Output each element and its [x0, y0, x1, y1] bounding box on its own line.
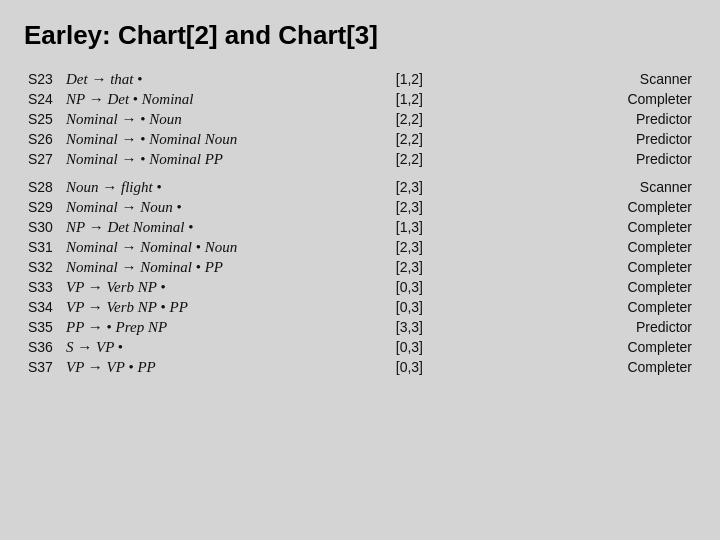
row-rule: Nominal → • Nominal PP	[62, 149, 372, 169]
table-row: S24NP → Det • Nominal[1,2]Completer	[24, 89, 696, 109]
row-rule: Nominal → • Nominal Noun	[62, 129, 372, 149]
row-rule: S → VP •	[62, 337, 372, 357]
row-id: S34	[24, 297, 62, 317]
row-type: Completer	[427, 237, 696, 257]
row-type: Predictor	[427, 129, 696, 149]
table-row: S28Noun → flight •[2,3]Scanner	[24, 177, 696, 197]
row-id: S36	[24, 337, 62, 357]
row-id: S25	[24, 109, 62, 129]
row-rule: Nominal → Noun •	[62, 197, 372, 217]
row-id: S27	[24, 149, 62, 169]
row-range: [2,3]	[372, 257, 427, 277]
row-id: S35	[24, 317, 62, 337]
table-row: S31Nominal → Nominal • Noun[2,3]Complete…	[24, 237, 696, 257]
table-row: S35PP → • Prep NP[3,3]Predictor	[24, 317, 696, 337]
row-id: S31	[24, 237, 62, 257]
row-range: [0,3]	[372, 357, 427, 377]
row-id: S32	[24, 257, 62, 277]
row-id: S37	[24, 357, 62, 377]
row-type: Scanner	[427, 177, 696, 197]
row-type: Completer	[427, 89, 696, 109]
row-range: [1,3]	[372, 217, 427, 237]
row-rule: PP → • Prep NP	[62, 317, 372, 337]
row-rule: Noun → flight •	[62, 177, 372, 197]
row-type: Completer	[427, 337, 696, 357]
row-type: Predictor	[427, 109, 696, 129]
row-range: [2,3]	[372, 197, 427, 217]
row-range: [2,3]	[372, 237, 427, 257]
table-row: S30NP → Det Nominal •[1,3]Completer	[24, 217, 696, 237]
table-row: S29Nominal → Noun •[2,3]Completer	[24, 197, 696, 217]
row-range: [2,2]	[372, 109, 427, 129]
row-id: S24	[24, 89, 62, 109]
row-rule: Nominal → Nominal • Noun	[62, 237, 372, 257]
main-container: Earley: Chart[2] and Chart[3] S23Det → t…	[0, 0, 720, 393]
row-type: Completer	[427, 357, 696, 377]
row-rule: NP → Det Nominal •	[62, 217, 372, 237]
table-row: S36S → VP •[0,3]Completer	[24, 337, 696, 357]
row-type: Scanner	[427, 69, 696, 89]
row-rule: Det → that •	[62, 69, 372, 89]
row-range: [2,2]	[372, 149, 427, 169]
row-rule: VP → VP • PP	[62, 357, 372, 377]
row-type: Completer	[427, 277, 696, 297]
row-id: S30	[24, 217, 62, 237]
row-rule: VP → Verb NP •	[62, 277, 372, 297]
row-rule: Nominal → • Noun	[62, 109, 372, 129]
row-range: [2,3]	[372, 177, 427, 197]
row-range: [3,3]	[372, 317, 427, 337]
row-type: Completer	[427, 297, 696, 317]
table-row: S34VP → Verb NP • PP[0,3]Completer	[24, 297, 696, 317]
row-type: Completer	[427, 197, 696, 217]
row-range: [0,3]	[372, 297, 427, 317]
row-id: S29	[24, 197, 62, 217]
row-range: [2,2]	[372, 129, 427, 149]
row-rule: Nominal → Nominal • PP	[62, 257, 372, 277]
table-row: S27Nominal → • Nominal PP[2,2]Predictor	[24, 149, 696, 169]
row-rule: VP → Verb NP • PP	[62, 297, 372, 317]
row-id: S33	[24, 277, 62, 297]
table-row: S37VP → VP • PP[0,3]Completer	[24, 357, 696, 377]
row-id: S23	[24, 69, 62, 89]
table-row: S32Nominal → Nominal • PP[2,3]Completer	[24, 257, 696, 277]
row-type: Completer	[427, 217, 696, 237]
table-row: S23Det → that •[1,2]Scanner	[24, 69, 696, 89]
page-title: Earley: Chart[2] and Chart[3]	[24, 20, 696, 51]
row-rule: NP → Det • Nominal	[62, 89, 372, 109]
row-id: S28	[24, 177, 62, 197]
table-row: S26Nominal → • Nominal Noun[2,2]Predicto…	[24, 129, 696, 149]
row-range: [0,3]	[372, 337, 427, 357]
row-type: Predictor	[427, 149, 696, 169]
row-range: [1,2]	[372, 69, 427, 89]
table-row: S33VP → Verb NP •[0,3]Completer	[24, 277, 696, 297]
row-range: [0,3]	[372, 277, 427, 297]
table-row: S25Nominal → • Noun[2,2]Predictor	[24, 109, 696, 129]
row-range: [1,2]	[372, 89, 427, 109]
row-type: Completer	[427, 257, 696, 277]
earley-chart-table: S23Det → that •[1,2]ScannerS24NP → Det •…	[24, 69, 696, 377]
row-type: Predictor	[427, 317, 696, 337]
row-id: S26	[24, 129, 62, 149]
